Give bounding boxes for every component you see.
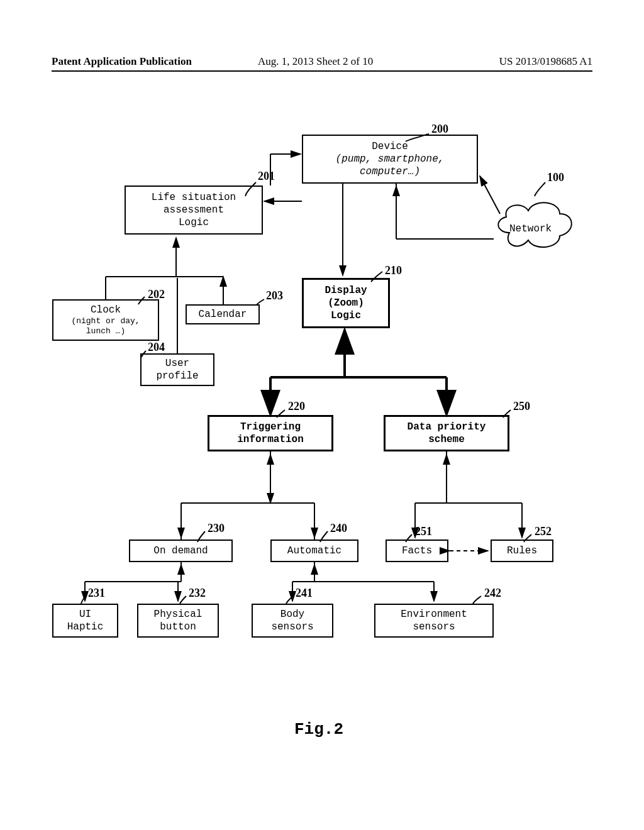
- svg-line-3: [480, 176, 500, 214]
- connector-layer: Rules dashed -->: [0, 0, 644, 830]
